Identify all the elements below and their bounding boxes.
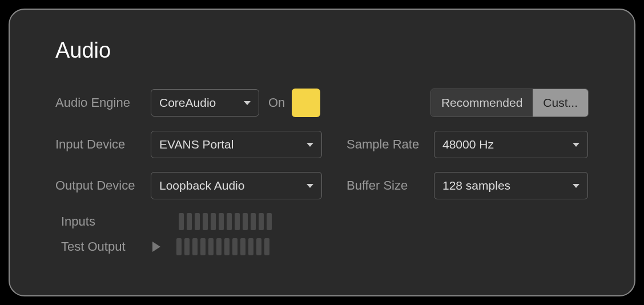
buffer-size-label: Buffer Size [347, 178, 424, 193]
meter-bar [232, 238, 238, 255]
custom-button[interactable]: Cust... [533, 89, 588, 117]
inputs-meter [179, 213, 272, 230]
meter-bar [259, 213, 264, 230]
output-device-value: Loopback Audio [159, 179, 244, 192]
engine-status: On [268, 95, 285, 110]
output-device-label: Output Device [55, 178, 144, 193]
chevron-down-icon [307, 184, 313, 188]
meter-section: Inputs Test Output [61, 213, 589, 255]
test-output-row: Test Output [61, 238, 589, 255]
audio-engine-row: Audio Engine CoreAudio On Recommended Cu… [55, 89, 589, 117]
output-device-select[interactable]: Loopback Audio [151, 172, 322, 199]
sample-rate-label: Sample Rate [347, 137, 424, 152]
meter-bar [267, 213, 272, 230]
meter-bar [248, 238, 253, 255]
chevron-down-icon [307, 143, 313, 147]
recommended-button[interactable]: Recommended [431, 89, 533, 117]
play-icon[interactable] [152, 242, 160, 252]
meter-bar [192, 238, 198, 255]
input-sample-row: Input Device EVANS Portal Sample Rate 48… [55, 131, 589, 158]
meter-bar [211, 213, 216, 230]
inputs-meter-row: Inputs [61, 213, 589, 230]
meter-bar [203, 213, 208, 230]
audio-engine-select[interactable]: CoreAudio [151, 89, 259, 117]
chevron-down-icon [573, 184, 579, 188]
meter-bar [184, 238, 190, 255]
audio-engine-value: CoreAudio [159, 96, 216, 110]
meter-bar [176, 238, 182, 255]
chevron-down-icon [573, 143, 579, 147]
input-device-label: Input Device [55, 137, 144, 152]
meter-bar [208, 238, 214, 255]
page-title: Audio [55, 38, 589, 63]
meter-bar [179, 213, 184, 230]
meter-bar [200, 238, 206, 255]
meter-bar [240, 238, 245, 255]
output-buffer-row: Output Device Loopback Audio Buffer Size… [55, 172, 589, 199]
sample-rate-select[interactable]: 48000 Hz [434, 131, 588, 158]
meter-bar [224, 238, 230, 255]
meter-bar [235, 213, 240, 230]
meter-bar [195, 213, 200, 230]
preset-toggle-group: Recommended Cust... [430, 89, 589, 117]
meter-bar [264, 238, 269, 255]
meter-bar [187, 213, 192, 230]
inputs-label: Inputs [61, 214, 141, 229]
meter-bar [216, 238, 222, 255]
test-output-label: Test Output [61, 239, 141, 254]
input-device-value: EVANS Portal [159, 138, 234, 151]
buffer-size-value: 128 samples [442, 179, 510, 192]
test-output-meter [176, 238, 269, 255]
meter-bar [243, 213, 248, 230]
engine-color-swatch[interactable] [292, 89, 320, 117]
meter-bar [256, 238, 261, 255]
meter-bar [219, 213, 224, 230]
audio-settings-panel: Audio Audio Engine CoreAudio On Recommen… [9, 9, 635, 296]
meter-bar [227, 213, 232, 230]
buffer-size-select[interactable]: 128 samples [434, 172, 588, 199]
input-device-select[interactable]: EVANS Portal [151, 131, 322, 158]
chevron-down-icon [244, 101, 251, 105]
meter-bar [251, 213, 256, 230]
sample-rate-value: 48000 Hz [442, 138, 494, 151]
audio-engine-label: Audio Engine [55, 95, 144, 110]
